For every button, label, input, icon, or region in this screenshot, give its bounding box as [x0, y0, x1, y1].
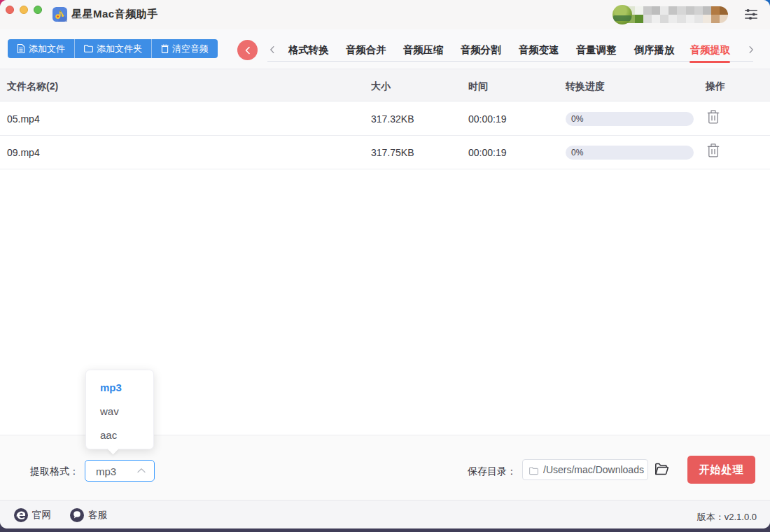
progress-value: 0%: [571, 148, 583, 158]
traffic-light-minimize[interactable]: [20, 6, 28, 14]
column-name: 文件名称(2): [7, 80, 58, 93]
tabs-scroll-right-button[interactable]: [746, 44, 757, 55]
tab-reverse-play[interactable]: 倒序播放: [634, 45, 674, 55]
add-file-label: 添加文件: [29, 43, 65, 55]
add-folder-label: 添加文件夹: [97, 43, 142, 55]
settings-sliders-icon[interactable]: [745, 8, 757, 20]
censored-username: [626, 6, 728, 23]
toolbar: 添加文件 添加文件夹 清空音频: [0, 29, 770, 69]
tab-volume-adjust[interactable]: 音量调整: [576, 45, 616, 55]
chevron-up-icon: [137, 468, 146, 473]
trash-icon: [707, 110, 720, 124]
mosaic-block: [660, 15, 668, 23]
mosaic-block: [686, 15, 694, 23]
mosaic-block: [711, 15, 720, 23]
browse-folder-button[interactable]: [654, 463, 669, 477]
mosaic-block: [635, 6, 643, 15]
traffic-light-close[interactable]: [6, 6, 14, 14]
file-duration: 00:00:19: [468, 147, 507, 158]
titlebar: 星星Mac音频助手: [0, 0, 770, 29]
folder-icon: [84, 45, 93, 52]
format-selected-value: mp3: [96, 465, 116, 477]
app-logo-music-note-icon: [52, 7, 67, 22]
table-row: 09.mp4 317.75KB 00:00:19 0%: [0, 136, 770, 169]
format-select[interactable]: mp3: [85, 460, 155, 482]
mosaic-block: [643, 6, 652, 15]
mosaic-block: [652, 15, 660, 23]
chevron-left-icon: [244, 46, 251, 55]
app-title: 星星Mac音频助手: [71, 8, 158, 21]
mosaic-block: [694, 15, 703, 23]
traffic-light-maximize[interactable]: [34, 6, 42, 14]
active-tab-underline: [690, 61, 730, 63]
mosaic-block: [703, 6, 711, 15]
tab-audio-extract[interactable]: 音频提取: [690, 45, 730, 55]
column-progress: 转换进度: [566, 80, 605, 93]
mosaic-block: [643, 15, 652, 23]
delete-row-button[interactable]: [706, 144, 720, 159]
open-folder-icon: [654, 463, 668, 475]
mosaic-block: [686, 6, 694, 15]
support-label: 客服: [88, 509, 107, 522]
footer: 官网 客服 版本：v2.1.0.0: [0, 500, 770, 528]
column-time: 时间: [468, 80, 488, 93]
progress-bar: 0%: [566, 112, 694, 126]
trash-icon: [707, 144, 720, 158]
customer-support-link[interactable]: 客服: [70, 500, 107, 528]
website-label: 官网: [32, 509, 51, 522]
mosaic-block: [703, 15, 711, 23]
mosaic-block: [694, 6, 703, 15]
format-dropdown-popup: mp3 wav aac: [85, 370, 154, 449]
website-icon: [14, 508, 28, 522]
chevron-right-icon: [746, 44, 757, 55]
mosaic-block: [635, 15, 643, 23]
dropdown-option-aac[interactable]: aac: [86, 424, 153, 447]
mosaic-block: [720, 6, 728, 15]
mosaic-block: [668, 6, 677, 15]
delete-row-button[interactable]: [706, 110, 720, 125]
collapse-tabs-button[interactable]: [237, 40, 258, 60]
tab-audio-split[interactable]: 音频分割: [461, 45, 500, 55]
dropdown-option-wav[interactable]: wav: [86, 400, 153, 424]
table-header: 文件名称(2) 大小 时间 转换进度 操作: [0, 69, 770, 102]
mosaic-block: [677, 15, 685, 23]
save-dir-label: 保存目录：: [468, 465, 517, 478]
trash-icon: [161, 44, 169, 53]
mosaic-block: [711, 6, 720, 15]
clear-audio-label: 清空音频: [172, 43, 209, 55]
save-dir-input[interactable]: [522, 459, 648, 480]
file-size: 317.75KB: [371, 147, 414, 158]
file-duration: 00:00:19: [468, 113, 507, 125]
tab-audio-speed[interactable]: 音频变速: [519, 45, 559, 55]
mosaic-block: [660, 6, 668, 15]
clear-audio-button[interactable]: 清空音频: [151, 39, 218, 58]
mosaic-block: [668, 15, 677, 23]
table-row: 05.mp4 317.32KB 00:00:19 0%: [0, 102, 770, 136]
format-label: 提取格式：: [30, 465, 79, 478]
column-size: 大小: [371, 80, 391, 93]
chat-icon: [70, 508, 84, 522]
add-file-button[interactable]: 添加文件: [8, 39, 74, 58]
mosaic-block: [677, 6, 685, 15]
progress-bar: 0%: [566, 146, 694, 160]
progress-value: 0%: [571, 114, 583, 124]
user-avatar[interactable]: [612, 5, 632, 24]
file-icon: [17, 44, 25, 53]
start-process-button[interactable]: 开始处理: [687, 456, 755, 484]
tab-audio-merge[interactable]: 音频合并: [346, 45, 386, 55]
file-name: 05.mp4: [7, 113, 40, 125]
tab-audio-compress[interactable]: 音频压缩: [403, 45, 443, 55]
file-name: 09.mp4: [7, 147, 40, 158]
folder-icon: [529, 467, 538, 475]
tab-bar: 格式转换 音频合并 音频压缩 音频分割 音频变速 音量调整 倒序播放 音频提取: [267, 29, 753, 62]
mosaic-block: [720, 15, 728, 23]
column-action: 操作: [706, 80, 725, 93]
add-folder-button[interactable]: 添加文件夹: [74, 39, 151, 58]
version-text: 版本：v2.1.0.0: [697, 511, 757, 524]
file-size: 317.32KB: [371, 113, 414, 125]
tab-format-convert[interactable]: 格式转换: [288, 45, 328, 55]
official-site-link[interactable]: 官网: [14, 500, 51, 528]
file-button-group: 添加文件 添加文件夹 清空音频: [8, 39, 218, 58]
dropdown-option-mp3[interactable]: mp3: [86, 376, 153, 400]
app-window: 星星Mac音频助手: [0, 0, 770, 528]
